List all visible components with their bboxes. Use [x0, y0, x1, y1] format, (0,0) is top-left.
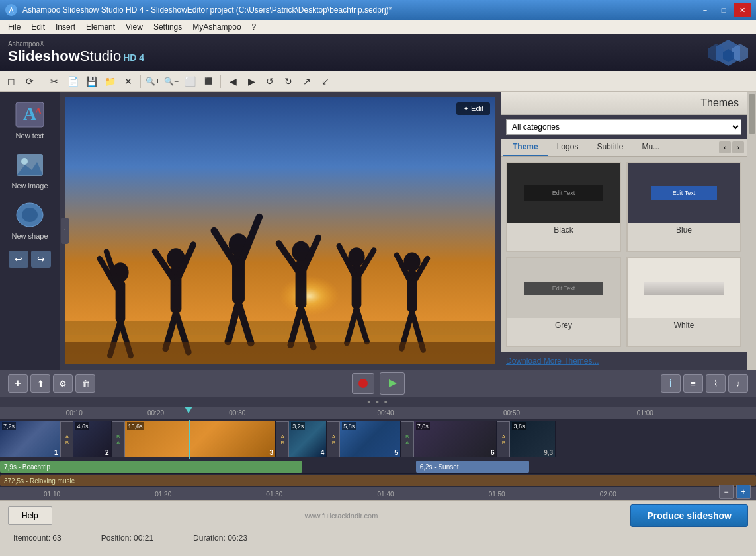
menu-element[interactable]: Element [81, 21, 120, 33]
menu-insert[interactable]: Insert [50, 21, 81, 33]
toolbar-export[interactable]: ↗ [298, 73, 315, 90]
tab-more[interactable]: Mu... [632, 139, 669, 156]
produce-slideshow-button[interactable]: Produce slideshow [630, 504, 748, 527]
help-button[interactable]: Help [8, 506, 52, 525]
theme-grid: Edit Text Black Edit Text Blue [501, 157, 747, 352]
menu-view[interactable]: View [120, 21, 148, 33]
toolbar: ◻ ⟳ ✂ 📄 💾 📁 ✕ 🔍+ 🔍− ⬜ ⬛ ◀ ▶ ↺ ↻ ↗ ↙ [0, 71, 756, 92]
toolbar-zoomout[interactable]: 🔍− [163, 73, 180, 90]
table-row[interactable]: 13,6s 3 [125, 421, 276, 457]
playhead [185, 407, 192, 419]
menu-edit[interactable]: Edit [26, 21, 50, 33]
theme-blue-bar: Edit Text [651, 186, 717, 200]
right-scrollbar[interactable] [747, 92, 756, 370]
menu-file[interactable]: File [3, 21, 26, 33]
music-clip[interactable]: 372,5s - Relaxing music [0, 475, 756, 486]
new-text-icon: A A [13, 100, 46, 130]
menu-settings[interactable]: Settings [148, 21, 187, 33]
subtitle-beachtrip[interactable]: 7,9s - Beachtrip [0, 461, 302, 473]
svg-point-8 [21, 158, 28, 165]
theme-black-label: Black [551, 223, 575, 237]
music-button[interactable]: ♪ [728, 374, 748, 393]
theme-blue[interactable]: Edit Text Blue [626, 162, 741, 252]
table-row[interactable]: 3,6s 9,3 [510, 421, 556, 457]
undo-button[interactable]: ↩ [9, 251, 28, 268]
toolbar-copy[interactable]: 📄 [64, 73, 81, 90]
transition-5-6: BA [401, 421, 414, 457]
tab-next-button[interactable]: › [732, 141, 744, 153]
ruler-mark-110: 01:10 [44, 491, 60, 498]
table-row[interactable]: 3,2s 4 [289, 421, 327, 457]
theme-black-preview: Edit Text [507, 163, 620, 223]
toolbar-cut[interactable]: ✂ [46, 73, 63, 90]
ruler-mark-60: 01:00 [637, 409, 653, 417]
theme-blue-preview: Edit Text [628, 163, 740, 223]
record-button[interactable] [352, 373, 374, 394]
toolbar-zoomin[interactable]: 🔍+ [144, 73, 161, 90]
undo-redo-area: ↩ ↪ [9, 251, 51, 268]
bottom-left-buttons: + ⬆ ⚙ 🗑 [8, 374, 95, 393]
play-button[interactable] [380, 372, 405, 395]
add-button[interactable]: + [8, 374, 28, 393]
import-button[interactable]: ⬆ [30, 374, 50, 393]
toolbar-import[interactable]: ↙ [317, 73, 334, 90]
menu-myashampoo[interactable]: MyAshampoo [187, 21, 246, 33]
theme-grey-bar: Edit Text [524, 282, 603, 295]
subtitle-row: 7,9s - Beachtrip 6,2s - Sunset [0, 459, 756, 474]
equal-button[interactable]: ≡ [683, 374, 703, 393]
redo-button[interactable]: ↪ [31, 251, 51, 268]
info-button[interactable]: i [661, 374, 681, 393]
toolbar-open[interactable]: ⟳ [21, 73, 38, 90]
table-row[interactable]: 7,0s 6 [414, 421, 497, 457]
ruler-mark-140: 01:40 [378, 491, 394, 498]
status-position: Position: 00:21 [101, 534, 153, 543]
theme-grey[interactable]: Edit Text Grey [506, 257, 621, 347]
table-row[interactable]: 4,6s 2 [73, 421, 111, 457]
download-themes-link[interactable]: Download More Themes... [501, 352, 747, 370]
tab-subtitle[interactable]: Subtitle [587, 139, 632, 156]
tool-new-text[interactable]: A A New text [6, 97, 54, 142]
table-row[interactable]: 5,8s 5 [340, 421, 400, 457]
toolbar-fit[interactable]: ⬜ [181, 73, 198, 90]
expand-handle[interactable]: • • • [0, 397, 756, 407]
zoom-out-button[interactable]: − [719, 485, 734, 499]
menu-help[interactable]: ? [247, 21, 262, 33]
theme-black[interactable]: Edit Text Black [506, 162, 621, 252]
minimize-button[interactable]: − [696, 3, 714, 17]
zoom-in-button[interactable]: + [736, 485, 751, 499]
delete-button[interactable]: 🗑 [75, 374, 95, 393]
resize-handle[interactable]: ⋮ [61, 218, 69, 244]
toolbar-prev[interactable]: ◀ [224, 73, 241, 90]
table-row[interactable]: 7,2s 1 [0, 421, 60, 457]
tab-theme[interactable]: Theme [503, 139, 548, 156]
tool-new-image[interactable]: New image [6, 147, 54, 192]
app-logo: Ashampoo® SlideshowStudio HD 4 [8, 40, 144, 65]
toolbar-next[interactable]: ▶ [243, 73, 260, 90]
tab-nav: ‹ › [719, 141, 744, 153]
new-image-icon [13, 150, 46, 180]
logo-sub: Ashampoo® [8, 40, 144, 48]
category-select[interactable]: All categories [506, 119, 741, 135]
edit-button[interactable]: ✦ Edit [456, 102, 490, 115]
settings-button[interactable]: ⚙ [53, 374, 73, 393]
toolbar-loop2[interactable]: ↻ [280, 73, 297, 90]
toolbar-save[interactable]: 💾 [83, 73, 100, 90]
wave-button[interactable]: ⌇ [706, 374, 726, 393]
toolbar-folder[interactable]: 📁 [101, 73, 118, 90]
toolbar-sep1 [42, 75, 42, 88]
tab-logos[interactable]: Logos [548, 139, 588, 156]
tab-prev-button[interactable]: ‹ [719, 141, 731, 153]
toolbar-new[interactable]: ◻ [3, 73, 20, 90]
toolbar-loop[interactable]: ↺ [261, 73, 278, 90]
subtitle-sunset[interactable]: 6,2s - Sunset [416, 461, 529, 473]
tool-new-shape[interactable]: New shape [6, 198, 54, 243]
toolbar-zoombox[interactable]: ⬛ [200, 73, 217, 90]
close-button[interactable]: ✕ [734, 3, 751, 17]
video-preview: ✦ Edit ⋮ [65, 97, 495, 364]
app-header: Ashampoo® SlideshowStudio HD 4 [0, 34, 756, 71]
scrollbar-thumb[interactable] [749, 94, 755, 134]
maximize-button[interactable]: □ [715, 3, 732, 17]
toolbar-delete[interactable]: ✕ [120, 73, 137, 90]
scrollbar-track [748, 93, 756, 370]
theme-white[interactable]: White [626, 257, 741, 347]
